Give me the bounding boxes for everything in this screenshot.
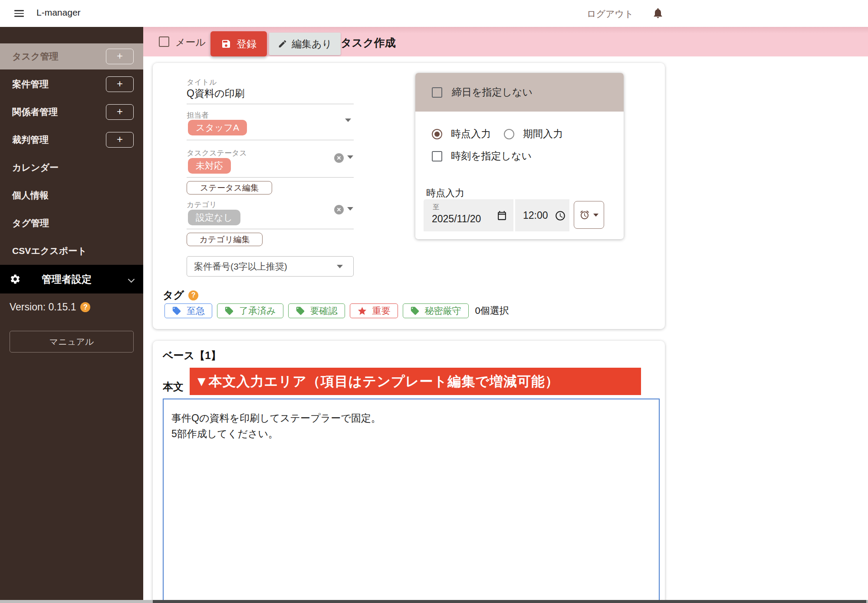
divider xyxy=(187,177,354,178)
no-time-row[interactable]: 時刻を指定しない xyxy=(432,149,532,163)
due-time-field[interactable]: 12:00 xyxy=(515,199,569,231)
period-input-radio[interactable] xyxy=(504,129,514,139)
tag-icon xyxy=(172,306,181,316)
sidebar-item-task-management[interactable]: タスク管理 + xyxy=(0,43,143,69)
horizontal-scrollbar-thumb[interactable] xyxy=(153,600,866,603)
calendar-icon[interactable] xyxy=(496,211,507,221)
no-due-date-label: 締日を指定しない xyxy=(452,86,533,99)
action-bar: メール 登録 編集あり タスク作成 xyxy=(143,27,868,56)
sidebar-item-party-management[interactable]: 関係者管理 + xyxy=(0,99,143,125)
due-date-field[interactable]: 至 2025/11/20 xyxy=(424,199,513,231)
chevron-down-icon xyxy=(128,276,135,283)
add-task-button[interactable]: + xyxy=(106,49,134,64)
clock-icon[interactable] xyxy=(555,210,566,221)
no-time-label: 時刻を指定しない xyxy=(451,149,532,163)
tags-label: タグ xyxy=(163,288,184,302)
case-number-placeholder: 案件番号(3字以上推奨) xyxy=(194,260,287,273)
divider xyxy=(187,104,354,104)
body-template-card: ベース【1】 本文 ▼本文入力エリア（項目はテンプレート編集で増減可能） 事件Q… xyxy=(153,341,665,603)
logout-button[interactable]: ログアウト xyxy=(587,8,633,20)
no-due-date-checkbox[interactable] xyxy=(432,87,442,98)
tag-chip-important[interactable]: 重要 xyxy=(350,303,398,318)
tag-chip-needs-check[interactable]: 要確認 xyxy=(288,303,345,318)
edited-status-button[interactable]: 編集あり xyxy=(269,33,341,55)
no-time-checkbox[interactable] xyxy=(432,151,442,161)
mail-checkbox-label: メール xyxy=(175,36,206,49)
sidebar-item-admin-settings[interactable]: 管理者設定 xyxy=(0,265,143,293)
due-time-value[interactable]: 12:00 xyxy=(523,210,548,221)
sidebar-item-csv-export[interactable]: CSVエクスポート xyxy=(0,238,143,264)
tags-header: タグ ? xyxy=(163,288,198,302)
status-edit-button[interactable]: ステータス編集 xyxy=(187,181,272,194)
point-input-radio[interactable] xyxy=(432,129,442,139)
tag-icon xyxy=(224,306,234,316)
app-title: L-manager xyxy=(36,7,81,18)
assignee-chip[interactable]: スタッフA xyxy=(188,120,247,135)
status-dropdown-icon[interactable] xyxy=(347,155,353,159)
title-input[interactable]: Q資料の印刷 xyxy=(187,87,244,100)
tag-selected-count: 0個選択 xyxy=(475,304,509,317)
status-label: タスクステータス xyxy=(187,148,247,158)
case-number-select[interactable]: 案件番号(3字以上推奨) xyxy=(187,256,354,277)
sidebar-item-calendar[interactable]: カレンダー xyxy=(0,155,143,181)
assignee-label: 担当者 xyxy=(187,110,209,120)
point-input-label: 時点入力 xyxy=(451,127,491,141)
sidebar-item-personal-info[interactable]: 個人情報 xyxy=(0,182,143,208)
due-date-value[interactable]: 2025/11/20 xyxy=(432,213,481,225)
due-type-radio-group: 時点入力 期間入力 xyxy=(432,127,576,141)
category-label: カテゴリ xyxy=(187,200,217,210)
horizontal-scrollbar-track[interactable] xyxy=(0,600,868,603)
body-textarea[interactable]: 事件Qの資料を印刷してステープラーで固定。 5部作成してください。 xyxy=(163,399,660,603)
category-dropdown-icon[interactable] xyxy=(347,207,353,211)
add-case-button[interactable]: + xyxy=(106,76,134,92)
hamburger-menu-icon[interactable] xyxy=(14,10,24,17)
status-clear-icon[interactable] xyxy=(334,153,344,163)
tag-icon xyxy=(296,306,305,316)
reminder-dropdown[interactable] xyxy=(574,201,604,229)
period-input-label: 期間入力 xyxy=(523,127,563,141)
manual-button[interactable]: マニュアル xyxy=(10,331,134,353)
sidebar-item-trial-management[interactable]: 裁判管理 + xyxy=(0,127,143,153)
mail-checkbox[interactable] xyxy=(159,36,169,47)
sidebar-item-case-management[interactable]: 案件管理 + xyxy=(0,71,143,97)
register-button[interactable]: 登録 xyxy=(210,31,267,56)
category-chip[interactable]: 設定なし xyxy=(188,210,240,225)
tag-chip-urgent[interactable]: 至急 xyxy=(164,303,212,318)
notification-bell-icon[interactable] xyxy=(652,7,664,19)
save-icon xyxy=(221,39,231,49)
category-edit-button[interactable]: カテゴリ編集 xyxy=(187,233,263,246)
to-label: 至 xyxy=(433,203,439,211)
tags-help-icon[interactable]: ? xyxy=(188,290,198,300)
sidebar-item-tag-management[interactable]: タグ管理 xyxy=(0,210,143,236)
add-party-button[interactable]: + xyxy=(106,104,134,120)
version-help-icon[interactable]: ? xyxy=(80,302,90,312)
case-dropdown-icon xyxy=(337,265,343,268)
pencil-icon xyxy=(278,39,287,49)
task-form-card: タイトル Q資料の印刷 担当者 スタッフA タスクステータス 未対応 ステータス… xyxy=(153,63,665,329)
point-input-section-label: 時点入力 xyxy=(426,187,464,200)
sidebar: タスク管理 + 案件管理 + 関係者管理 + 裁判管理 + カレンダー 個人情報… xyxy=(0,27,143,603)
gear-icon xyxy=(10,273,21,285)
version-info: Version: 0.15.1 ? xyxy=(10,301,90,313)
alarm-icon xyxy=(579,210,590,220)
tags-row: 至急 了承済み 要確認 重要 秘密厳守 0個選択 xyxy=(164,303,509,318)
status-chip[interactable]: 未対応 xyxy=(188,158,231,174)
no-due-date-row[interactable]: 締日を指定しない xyxy=(415,73,624,112)
app-window: L-manager ログアウト タスク管理 + 案件管理 + 関係者管理 + 裁… xyxy=(0,0,868,603)
assignee-dropdown-icon[interactable] xyxy=(345,119,351,122)
deadline-panel: 締日を指定しない 時点入力 期間入力 時刻を指定しない 時点入力 至 2025/… xyxy=(415,73,624,239)
divider xyxy=(187,229,354,229)
body-label: 本文 xyxy=(163,380,184,394)
body-input-banner: ▼本文入力エリア（項目はテンプレート編集で増減可能） xyxy=(190,368,641,395)
tag-chip-confidential[interactable]: 秘密厳守 xyxy=(403,303,469,318)
add-trial-button[interactable]: + xyxy=(106,132,134,148)
reminder-caret-icon xyxy=(593,214,598,217)
title-label: タイトル xyxy=(187,77,217,87)
tag-chip-approved[interactable]: 了承済み xyxy=(217,303,283,318)
base-template-label: ベース【1】 xyxy=(163,349,221,362)
star-icon xyxy=(357,306,367,316)
category-clear-icon[interactable] xyxy=(334,205,344,214)
top-bar: L-manager ログアウト xyxy=(0,0,868,27)
page-title: タスク作成 xyxy=(341,36,396,50)
divider xyxy=(187,140,354,140)
